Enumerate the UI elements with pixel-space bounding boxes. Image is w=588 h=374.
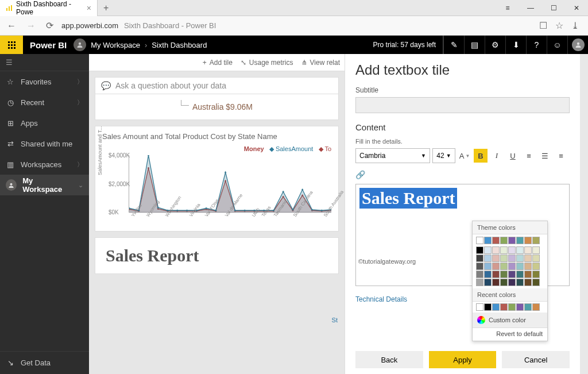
color-swatch[interactable]	[532, 303, 540, 311]
color-swatch[interactable]	[500, 271, 508, 278]
nav-my-workspace[interactable]: My Workspace ⌄	[0, 175, 89, 195]
font-color-button[interactable]: A▼	[458, 149, 471, 163]
color-swatch[interactable]	[532, 271, 540, 278]
color-swatch[interactable]	[516, 237, 524, 244]
color-swatch[interactable]	[492, 255, 500, 262]
color-swatch[interactable]	[508, 263, 516, 270]
color-swatch[interactable]	[476, 237, 483, 244]
color-swatch[interactable]	[476, 279, 483, 286]
color-swatch[interactable]	[508, 279, 516, 286]
help-icon[interactable]: ?	[526, 36, 547, 54]
color-swatch[interactable]	[500, 263, 508, 270]
download-icon[interactable]: ⤓	[571, 20, 579, 31]
bold-button[interactable]: B	[474, 149, 488, 163]
color-swatch[interactable]	[500, 246, 508, 254]
color-swatch[interactable]	[532, 279, 540, 286]
color-swatch[interactable]	[484, 237, 492, 244]
color-swatch[interactable]	[492, 271, 500, 278]
hyperlink-button[interactable]: 🔗	[355, 170, 570, 179]
breadcrumb-workspace[interactable]: My Workspace	[91, 41, 140, 49]
qa-input[interactable]: 💬 Ask a question about your data	[95, 77, 339, 94]
color-swatch[interactable]	[476, 303, 483, 311]
window-settings-icon[interactable]: ≡	[496, 0, 519, 16]
color-swatch[interactable]	[516, 263, 524, 270]
cancel-button[interactable]: Cancel	[502, 351, 570, 368]
truncated-link[interactable]: St	[332, 317, 338, 323]
color-swatch[interactable]	[500, 279, 508, 286]
color-swatch[interactable]	[492, 279, 500, 286]
color-swatch[interactable]	[484, 255, 492, 262]
textbox-tile[interactable]: Sales Report	[95, 237, 339, 274]
color-swatch[interactable]	[500, 237, 508, 244]
color-swatch[interactable]	[508, 303, 516, 311]
color-swatch[interactable]	[476, 246, 483, 254]
color-swatch[interactable]	[476, 271, 483, 278]
usage-metrics-button[interactable]: ⤡Usage metrics	[241, 59, 293, 67]
window-maximize-icon[interactable]: ☐	[542, 0, 565, 16]
color-swatch[interactable]	[516, 279, 524, 286]
color-swatch[interactable]	[484, 271, 492, 278]
color-swatch[interactable]	[492, 237, 500, 244]
color-swatch[interactable]	[508, 237, 516, 244]
underline-button[interactable]: U	[506, 149, 520, 163]
browser-tab[interactable]: Sixth Dashboard - Powe ×	[0, 0, 98, 16]
color-swatch[interactable]	[532, 255, 540, 262]
color-swatch[interactable]	[524, 255, 532, 262]
star-icon[interactable]: ☆	[555, 20, 563, 31]
app-launcher[interactable]	[0, 36, 23, 54]
window-close-icon[interactable]: ✕	[565, 0, 588, 16]
nav-shared[interactable]: ⇄ Shared with me	[0, 133, 89, 154]
color-swatch[interactable]	[484, 279, 492, 286]
color-swatch[interactable]	[492, 246, 500, 254]
nav-reload-icon[interactable]: ⟳	[44, 20, 56, 31]
color-swatch[interactable]	[516, 271, 524, 278]
nav-back-icon[interactable]: ←	[5, 21, 18, 31]
color-swatch[interactable]	[508, 271, 516, 278]
url-input[interactable]: app.powerbi.com Sixth Dashboard - Power …	[61, 21, 533, 30]
subtitle-input[interactable]	[355, 97, 570, 113]
font-size-select[interactable]: 42▼	[432, 148, 455, 163]
nav-apps[interactable]: ⊞ Apps	[0, 113, 89, 133]
color-swatch[interactable]	[484, 246, 492, 254]
color-swatch[interactable]	[524, 237, 532, 244]
color-swatch[interactable]	[492, 263, 500, 270]
settings-icon[interactable]: ⚙	[485, 36, 505, 54]
color-swatch[interactable]	[532, 237, 540, 244]
nav-toggle[interactable]: ☰	[0, 54, 89, 71]
color-swatch[interactable]	[524, 246, 532, 254]
edit-icon[interactable]: ✎	[443, 36, 464, 54]
color-swatch[interactable]	[532, 263, 540, 270]
nav-workspaces[interactable]: ▥ Workspaces 〉	[0, 154, 89, 175]
new-tab-button[interactable]: +	[98, 3, 114, 13]
view-related-button[interactable]: ⋔View relat	[301, 59, 340, 67]
align-center-button[interactable]: ☰	[538, 149, 552, 163]
chat-icon[interactable]: ▤	[464, 36, 485, 54]
color-swatch[interactable]	[476, 255, 483, 262]
back-button[interactable]: Back	[355, 351, 423, 368]
add-tile-button[interactable]: +Add tile	[203, 59, 233, 67]
color-swatch[interactable]	[500, 303, 508, 311]
user-avatar[interactable]	[567, 36, 588, 54]
bookmark-icon[interactable]: ☐	[539, 20, 547, 31]
font-family-select[interactable]: Cambria▼	[355, 148, 430, 163]
tab-close-icon[interactable]: ×	[87, 3, 91, 13]
window-minimize-icon[interactable]: —	[519, 0, 542, 16]
color-swatch[interactable]	[508, 246, 516, 254]
color-swatch[interactable]	[516, 246, 524, 254]
revert-default[interactable]: Revert to default	[473, 327, 547, 340]
color-swatch[interactable]	[476, 263, 483, 270]
color-swatch[interactable]	[532, 246, 540, 254]
nav-favorites[interactable]: ☆ Favorites 〉	[0, 71, 89, 92]
feedback-icon[interactable]: ☺	[547, 36, 567, 54]
italic-button[interactable]: I	[490, 149, 504, 163]
download-top-icon[interactable]: ⬇	[505, 36, 526, 54]
color-swatch[interactable]	[492, 303, 500, 311]
nav-get-data[interactable]: ↘ Get Data	[0, 351, 89, 374]
apply-button[interactable]: Apply	[429, 351, 497, 368]
chart-tile[interactable]: Sales Amount and Total Product Cost by S…	[95, 126, 339, 232]
page-scrollbar[interactable]	[580, 54, 588, 374]
color-swatch[interactable]	[524, 263, 532, 270]
color-swatch[interactable]	[524, 271, 532, 278]
color-swatch[interactable]	[500, 255, 508, 262]
color-swatch[interactable]	[508, 255, 516, 262]
